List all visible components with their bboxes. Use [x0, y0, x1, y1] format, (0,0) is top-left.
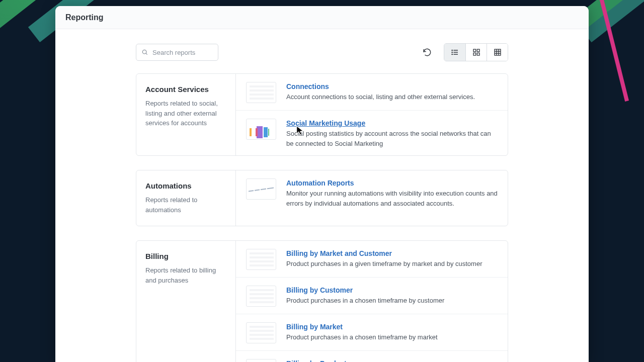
category-info: Account ServicesReports related to socia…: [136, 74, 236, 155]
category-title: Account Services: [145, 85, 226, 94]
report-body: Billing by ProductProduct purchases in a…: [286, 359, 498, 362]
report-title-link[interactable]: Automation Reports: [286, 179, 354, 187]
report-body: Automation ReportsMonitor your running a…: [286, 178, 498, 208]
report-thumbnail: [246, 82, 276, 103]
category-description: Reports related to billing and purchases: [145, 265, 226, 285]
report-title-link[interactable]: Billing by Customer: [286, 286, 353, 294]
category: Account ServicesReports related to socia…: [136, 73, 508, 156]
category: AutomationsReports related to automation…: [136, 170, 508, 226]
report-row[interactable]: ConnectionsAccount connections to social…: [236, 74, 508, 110]
report-row[interactable]: Social Marketing UsageSocial posting sta…: [236, 110, 508, 155]
svg-rect-10: [473, 53, 476, 55]
report-row[interactable]: Automation ReportsMonitor your running a…: [236, 170, 508, 215]
refresh-icon: [423, 48, 432, 57]
svg-line-1: [146, 53, 147, 55]
report-body: Social Marketing UsageSocial posting sta…: [286, 119, 498, 148]
svg-rect-9: [477, 49, 479, 52]
toolbar-actions: [419, 43, 508, 61]
report-thumbnail: [246, 249, 276, 270]
svg-point-0: [142, 50, 146, 54]
report-row[interactable]: Billing by CustomerProduct purchases in …: [236, 277, 508, 314]
app-window: Reporting: [55, 6, 589, 362]
category-reports: Automation ReportsMonitor your running a…: [236, 170, 508, 226]
category-reports: ConnectionsAccount connections to social…: [236, 74, 508, 155]
page-header: Reporting: [55, 6, 589, 29]
toolbar: [136, 43, 508, 73]
search-icon: [141, 49, 148, 56]
report-row[interactable]: Billing by Market and CustomerProduct pu…: [236, 241, 508, 277]
report-body: Billing by CustomerProduct purchases in …: [286, 286, 498, 306]
report-thumbnail: [246, 178, 276, 200]
category-title: Billing: [145, 252, 226, 260]
report-thumbnail: [246, 359, 276, 362]
report-body: Billing by Market and CustomerProduct pu…: [286, 249, 498, 269]
svg-rect-8: [473, 49, 476, 52]
table-icon: [494, 48, 502, 56]
report-title-link[interactable]: Billing by Market and Customer: [286, 249, 392, 257]
category-reports: Billing by Market and CustomerProduct pu…: [236, 241, 508, 362]
category: BillingReports related to billing and pu…: [136, 240, 508, 362]
report-title-link[interactable]: Billing by Product: [286, 359, 347, 362]
report-body: ConnectionsAccount connections to social…: [286, 82, 498, 102]
category-info: BillingReports related to billing and pu…: [136, 241, 236, 362]
view-grid-button[interactable]: [465, 44, 487, 61]
report-categories: Account ServicesReports related to socia…: [136, 73, 508, 362]
report-description: Product purchases in a chosen timeframe …: [286, 296, 498, 306]
report-description: Monitor your running automations with vi…: [286, 189, 498, 208]
report-body: Billing by MarketProduct purchases in a …: [286, 322, 498, 342]
report-description: Account connections to social, listing a…: [286, 92, 498, 102]
view-list-button[interactable]: [444, 44, 465, 61]
search-input[interactable]: [152, 49, 213, 56]
svg-rect-12: [495, 49, 501, 55]
category-description: Reports related to social, listing and o…: [145, 99, 226, 128]
report-row[interactable]: Billing by MarketProduct purchases in a …: [236, 314, 508, 350]
view-table-button[interactable]: [487, 44, 508, 61]
content-area: Account ServicesReports related to socia…: [55, 29, 589, 362]
grid-icon: [472, 48, 480, 56]
report-thumbnail: [246, 119, 276, 140]
svg-rect-11: [477, 53, 479, 55]
category-description: Reports related to automations: [145, 195, 226, 215]
category-title: Automations: [145, 182, 226, 190]
page-title: Reporting: [65, 13, 104, 22]
category-info: AutomationsReports related to automation…: [136, 170, 236, 226]
svg-point-6: [452, 52, 452, 52]
svg-point-7: [452, 54, 452, 54]
bg-decoration: [583, 0, 644, 42]
report-title-link[interactable]: Social Marketing Usage: [286, 119, 365, 127]
report-row[interactable]: Billing by ProductProduct purchases in a…: [236, 350, 508, 362]
report-thumbnail: [246, 286, 276, 307]
report-description: Product purchases in a chosen timeframe …: [286, 332, 498, 342]
report-title-link[interactable]: Connections: [286, 82, 329, 90]
svg-point-5: [452, 50, 452, 50]
refresh-button[interactable]: [419, 44, 436, 61]
report-thumbnail: [246, 322, 276, 343]
report-description: Product purchases in a given timeframe b…: [286, 259, 498, 269]
report-title-link[interactable]: Billing by Market: [286, 323, 343, 331]
search-field[interactable]: [136, 44, 218, 61]
view-toggle: [444, 43, 508, 61]
report-description: Social posting statistics by account acr…: [286, 129, 498, 148]
list-icon: [451, 48, 459, 56]
